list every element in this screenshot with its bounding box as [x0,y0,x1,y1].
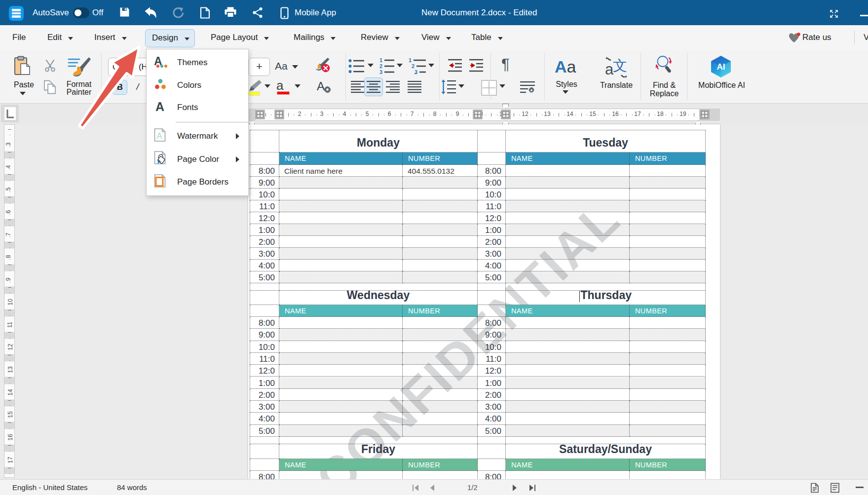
svg-text:3: 3 [379,69,382,75]
svg-text:1: 1 [379,57,382,63]
svg-text:2: 2 [412,63,415,69]
svg-text:文: 文 [613,58,627,74]
svg-text:A: A [156,131,162,141]
svg-text:2: 2 [379,63,382,69]
svg-text:AI: AI [717,62,725,72]
svg-text:1: 1 [409,57,412,63]
svg-text:3: 3 [415,69,417,75]
svg-text:A: A [155,101,164,113]
